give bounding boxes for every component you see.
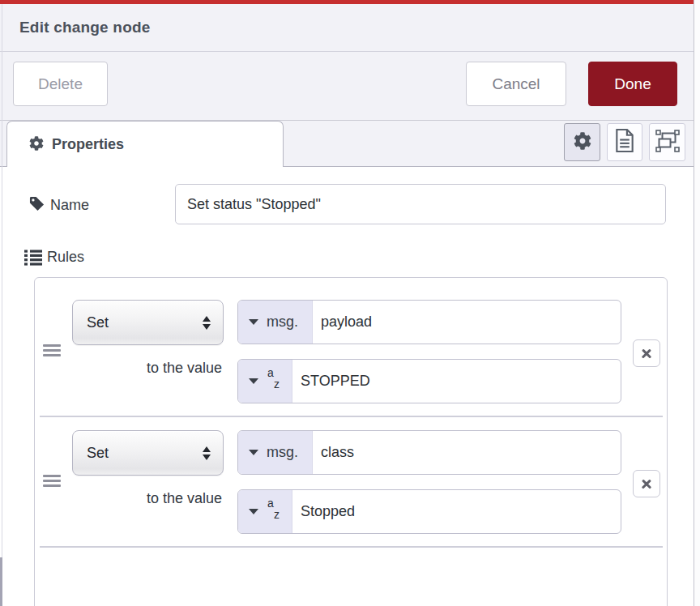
dialog-header: Edit change node — [0, 4, 694, 52]
value-type-button[interactable]: az — [238, 360, 292, 403]
tab-properties[interactable]: Properties — [6, 121, 284, 168]
property-type-label: msg. — [267, 314, 298, 331]
property-type-button[interactable]: msg. — [238, 301, 313, 344]
property-typed-input: msg. — [237, 430, 621, 475]
remove-rule-button[interactable] — [633, 470, 660, 497]
done-button[interactable]: Done — [588, 62, 677, 106]
property-type-label: msg. — [267, 444, 298, 461]
node-red-edit-tray: Edit change node Delete Cancel Done Prop… — [0, 0, 700, 606]
property-type-button[interactable]: msg. — [238, 431, 313, 474]
property-input[interactable] — [313, 431, 621, 474]
rule-action-value: Set — [87, 445, 109, 462]
chevron-down-icon — [249, 450, 258, 455]
tray-resize-handle[interactable] — [0, 557, 2, 606]
rule-action-select[interactable]: Set — [72, 300, 224, 345]
dialog-title: Edit change node — [19, 19, 151, 36]
value-typed-input: az — [237, 359, 621, 403]
appearance-icon — [655, 129, 680, 156]
string-type-icon: az — [267, 498, 283, 526]
close-icon — [640, 477, 653, 490]
remove-rule-button[interactable] — [633, 339, 660, 367]
chevron-down-icon — [249, 509, 258, 514]
to-the-value-label: to the value — [82, 357, 222, 378]
tray-left-border — [2, 4, 2, 606]
rule-divider — [40, 546, 663, 548]
appearance-view-button[interactable] — [649, 123, 685, 161]
value-input[interactable] — [292, 360, 621, 403]
rule-action-select[interactable]: Set — [72, 430, 224, 476]
document-icon — [615, 129, 634, 156]
select-arrows-icon — [203, 446, 211, 460]
value-typed-input: az — [237, 489, 621, 534]
description-view-button[interactable] — [607, 123, 642, 161]
cancel-button[interactable]: Cancel — [466, 62, 566, 106]
properties-form: Name Rules Set — [0, 167, 694, 606]
name-input[interactable] — [175, 184, 666, 224]
drag-handle-icon[interactable] — [43, 344, 61, 357]
value-type-button[interactable]: az — [238, 490, 292, 533]
tab-properties-label: Properties — [52, 136, 124, 153]
rules-list: Set msg. to the value a — [34, 277, 668, 606]
gear-icon — [574, 132, 591, 153]
property-input[interactable] — [313, 301, 621, 344]
properties-view-button[interactable] — [564, 123, 600, 161]
edit-change-node-dialog: Edit change node Delete Cancel Done Prop… — [0, 0, 694, 606]
value-input[interactable] — [292, 490, 621, 533]
dialog-action-bar: Delete Cancel Done — [0, 52, 694, 121]
drag-handle-icon[interactable] — [43, 475, 61, 488]
editor-tab-bar: Properties — [0, 121, 694, 167]
tag-icon — [29, 196, 45, 215]
property-typed-input: msg. — [237, 300, 621, 344]
string-type-icon: az — [267, 368, 283, 395]
chevron-down-icon — [249, 319, 258, 325]
select-arrows-icon — [203, 316, 211, 330]
close-icon — [640, 347, 653, 360]
delete-button[interactable]: Delete — [13, 62, 108, 106]
gear-icon — [29, 136, 44, 154]
rule-action-value: Set — [87, 314, 109, 331]
chevron-down-icon — [249, 378, 258, 384]
list-icon — [24, 250, 42, 269]
name-label: Name — [50, 197, 89, 214]
rules-label: Rules — [47, 249, 84, 266]
rule-row: Set msg. to the value a — [35, 278, 667, 416]
rule-row: Set msg. to the value a — [35, 408, 667, 546]
to-the-value-label: to the value — [82, 488, 222, 509]
